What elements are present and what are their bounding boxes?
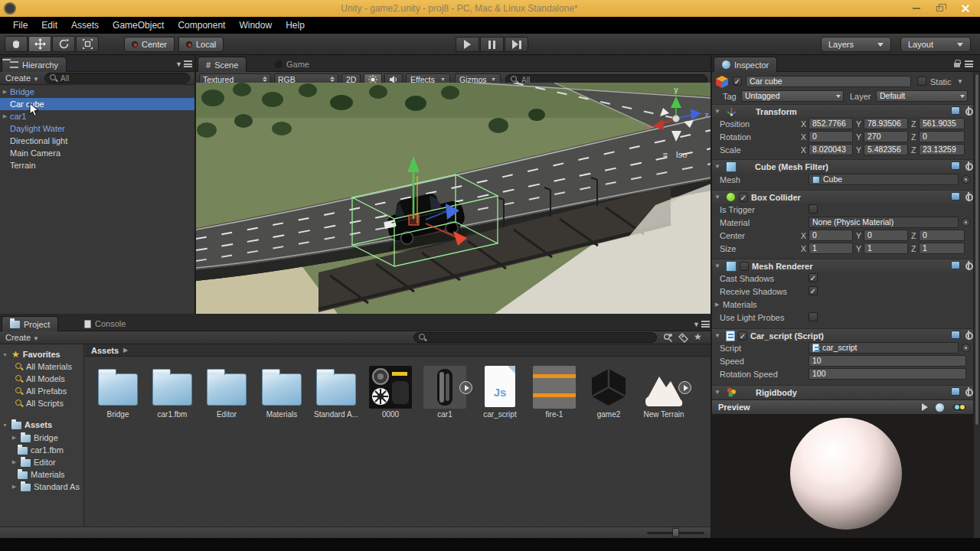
pause-button[interactable] [480, 37, 504, 52]
mesh-object-field[interactable]: Cube [808, 174, 959, 185]
favorites-star-icon[interactable]: ★ [694, 331, 702, 342]
gear-icon[interactable] [964, 161, 973, 171]
rotation-mode-button[interactable]: Local [178, 37, 224, 52]
tree-item-materials[interactable]: Materials [18, 468, 65, 481]
layers-dropdown[interactable]: Layers [821, 37, 891, 52]
tree-item-car1fbm[interactable]: car1.fbm [18, 444, 64, 456]
projection-mode-label[interactable]: Iso [676, 150, 688, 159]
favorites-all-prefabs[interactable]: All Prefabs [15, 385, 67, 397]
hierarchy-item-car1[interactable]: ▶car1 [0, 110, 194, 122]
help-icon[interactable] [951, 387, 960, 396]
help-icon[interactable] [951, 192, 960, 201]
center-x-field[interactable]: 0 [808, 230, 853, 241]
scale-y-field[interactable]: 5.482356 [864, 144, 908, 155]
rotation-y-field[interactable]: 270 [864, 131, 908, 142]
static-checkbox[interactable] [917, 77, 926, 86]
hierarchy-item-terrain[interactable]: Terrain [0, 159, 194, 171]
foldout-icon[interactable]: ▼ [712, 389, 723, 396]
favorites-all-models[interactable]: All Models [15, 373, 65, 385]
menu-gameobject[interactable]: GameObject [106, 17, 171, 34]
foldout-icon[interactable]: ▼ [712, 332, 723, 339]
tab-console[interactable]: Console [77, 316, 133, 331]
transform-header[interactable]: ▼ Transform [712, 104, 973, 118]
panel-menu-icon[interactable] [701, 321, 710, 328]
foldout-icon[interactable]: ▼ [2, 422, 8, 428]
foldout-icon[interactable]: ▼ [712, 108, 723, 115]
asset-car1-model[interactable]: car1 [420, 364, 469, 424]
expand-arrow-icon[interactable]: ▶ [0, 113, 10, 119]
materials-foldout-label[interactable]: Materials [723, 300, 757, 309]
tag-dropdown[interactable]: Untagged [741, 90, 844, 102]
help-icon[interactable] [951, 161, 960, 170]
hierarchy-search-input[interactable]: All [44, 73, 190, 83]
asset-standard-assets[interactable]: Standard A... [312, 364, 361, 424]
search-by-type-icon[interactable] [663, 333, 673, 343]
divider[interactable] [710, 55, 712, 538]
cast-shadows-checkbox[interactable]: ✓ [808, 273, 818, 282]
asset-car-script[interactable]: Js car_script [475, 364, 524, 424]
asset-game2-scene[interactable]: game2 [584, 364, 633, 424]
physic-material-field[interactable]: None (Physic Material) [808, 217, 959, 228]
help-icon[interactable] [951, 261, 960, 269]
size-x-field[interactable]: 1 [808, 243, 853, 254]
preview-sphere-icon[interactable] [936, 403, 944, 412]
hierarchy-item-directional-light[interactable]: Directional light [0, 135, 194, 147]
scale-z-field[interactable]: 23.13259 [919, 144, 965, 155]
restore-button[interactable] [928, 0, 951, 17]
hierarchy-item-main-camera[interactable]: Main Camera [0, 147, 194, 159]
gameobject-name-field[interactable]: Car cube [746, 76, 911, 87]
project-search-input[interactable] [413, 332, 657, 343]
scrollbar-thumb[interactable] [975, 73, 979, 425]
is-trigger-checkbox[interactable] [808, 204, 818, 214]
move-tool-button[interactable] [28, 36, 51, 52]
layout-dropdown[interactable]: Layout [900, 37, 971, 52]
mesh-filter-header[interactable]: ▼ Cube (Mesh Filter) [712, 159, 973, 173]
box-collider-header[interactable]: ▼ ✓ Box Collider [712, 190, 973, 204]
foldout-icon[interactable]: ▶ [715, 302, 719, 308]
panel-menu-icon[interactable] [184, 60, 192, 67]
foldout-icon[interactable]: ▼ [712, 163, 723, 170]
mesh-renderer-enabled-checkbox[interactable] [740, 262, 749, 271]
menu-edit[interactable]: Edit [34, 17, 64, 34]
foldout-icon[interactable]: ▼ [712, 194, 723, 201]
preview-bar[interactable]: Preview [712, 399, 973, 414]
favorites-all-materials[interactable]: All Materials [15, 360, 72, 373]
help-icon[interactable] [951, 106, 960, 115]
expand-arrow-icon[interactable]: ▶ [0, 89, 10, 95]
breadcrumb[interactable]: Assets [85, 346, 119, 355]
static-dropdown-icon[interactable]: ▼ [957, 78, 963, 85]
script-object-field[interactable]: car_script [808, 342, 959, 354]
play-button[interactable] [456, 37, 479, 52]
menu-assets[interactable]: Assets [64, 17, 106, 34]
gizmo-axis-z-label[interactable]: z [705, 111, 709, 119]
assets-root[interactable]: ▼ Assets [2, 419, 52, 431]
rotate-tool-button[interactable] [52, 36, 75, 52]
menu-help[interactable]: Help [279, 17, 312, 34]
hierarchy-item-car-cube[interactable]: Car cube [0, 98, 194, 110]
foldout-icon[interactable]: ▼ [2, 352, 8, 357]
hierarchy-create-button[interactable]: Create ▼ [5, 73, 39, 83]
minimize-button[interactable] [905, 0, 928, 17]
size-z-field[interactable]: 1 [919, 243, 965, 254]
position-y-field[interactable]: 78.93506 [864, 118, 908, 129]
asset-editor[interactable]: Editor [202, 364, 251, 424]
gameobject-enabled-checkbox[interactable]: ✓ [733, 77, 742, 86]
gizmo-axis-y-label[interactable]: y [674, 86, 678, 94]
gizmo-axis-x-label[interactable]: x [645, 123, 650, 132]
asset-materials[interactable]: Materials [257, 364, 306, 424]
tab-inspector[interactable]: Inspector [714, 57, 777, 72]
asset-car1fbm[interactable]: car1.fbm [148, 364, 197, 424]
panel-dropdown-icon[interactable]: ▼ [693, 321, 700, 328]
gear-icon[interactable] [964, 261, 973, 270]
center-z-field[interactable]: 0 [919, 230, 965, 241]
asset-bridge[interactable]: Bridge [93, 364, 142, 424]
rotation-speed-field[interactable]: 100 [808, 368, 966, 380]
panel-menu-icon[interactable] [965, 60, 973, 67]
help-icon[interactable] [951, 331, 960, 339]
scene-viewport[interactable]: y x z ≡ Iso [196, 83, 711, 314]
rotation-z-field[interactable]: 0 [919, 131, 965, 142]
hierarchy-item-daylight-water[interactable]: Daylight Water [0, 122, 194, 135]
rotation-x-field[interactable]: 0 [808, 131, 853, 142]
hierarchy-item-bridge[interactable]: ▶Bridge [0, 86, 194, 98]
gear-icon[interactable] [964, 331, 973, 340]
